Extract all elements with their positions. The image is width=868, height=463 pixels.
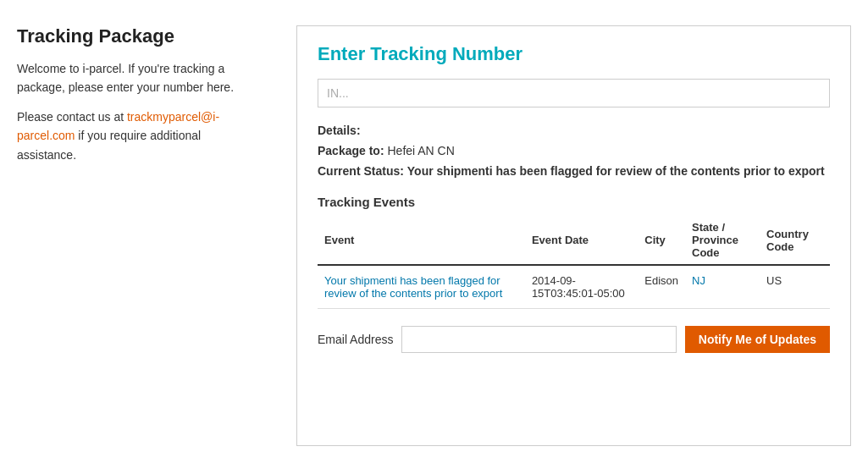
contact-prefix: Please contact us at: [17, 110, 127, 124]
current-status-line: Current Status: Your shipmenti has been …: [318, 162, 830, 182]
col-event-date: Event Date: [525, 218, 638, 265]
email-input[interactable]: [401, 326, 676, 353]
table-row: Your shipmenti has been flagged for revi…: [318, 265, 830, 309]
package-to-label: Package to:: [318, 144, 384, 157]
notify-button[interactable]: Notify Me of Updates: [685, 326, 830, 353]
event-date-cell: 2014-09-15T03:45:01-05:00: [525, 265, 638, 309]
current-status-value: Your shipmenti has been flagged for revi…: [407, 164, 825, 178]
event-cell: Your shipmenti has been flagged for revi…: [318, 265, 525, 309]
notify-row: Email Address Notify Me of Updates: [318, 326, 830, 353]
right-heading: Enter Tracking Number: [318, 43, 830, 65]
state-cell: NJ: [685, 265, 760, 309]
event-link[interactable]: Your shipmenti has been flagged for revi…: [324, 274, 502, 300]
email-label: Email Address: [318, 333, 393, 346]
col-event: Event: [318, 218, 525, 265]
contact-text: Please contact us at trackmyparcel@i-par…: [17, 107, 254, 164]
col-state: State /Province Code: [685, 218, 760, 265]
tracking-events-title: Tracking Events: [318, 195, 830, 209]
package-to-line: Package to: Hefei AN CN: [318, 141, 830, 162]
city-cell: Edison: [638, 265, 685, 309]
country-cell: US: [760, 265, 830, 309]
col-city: City: [638, 218, 685, 265]
intro-text: Welcome to i-parcel. If you're tracking …: [17, 59, 254, 97]
package-to-value: Hefei AN CN: [387, 144, 454, 157]
right-panel: Enter Tracking Number Details: Package t…: [296, 25, 851, 446]
page-title: Tracking Package: [17, 25, 254, 47]
col-country: Country Code: [760, 218, 830, 265]
current-status-label: Current Status:: [318, 164, 404, 178]
left-panel: Tracking Package Welcome to i-parcel. If…: [17, 25, 271, 446]
details-label-line: Details:: [318, 121, 830, 141]
events-table: Event Event Date City State /Province Co…: [318, 218, 830, 309]
details-section: Details: Package to: Hefei AN CN Current…: [318, 121, 830, 181]
tracking-number-input[interactable]: [318, 79, 830, 107]
details-label: Details:: [318, 124, 361, 137]
